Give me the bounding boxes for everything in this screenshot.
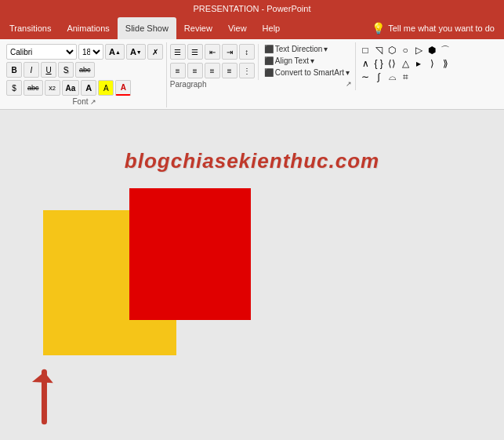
align-right-button[interactable]: ≡ xyxy=(205,63,220,78)
shape-btn-14[interactable]: ⟫ xyxy=(439,57,451,70)
dollar-button[interactable]: $ xyxy=(6,80,22,96)
tab-transitions[interactable]: Transitions xyxy=(2,17,59,39)
text-direction-button[interactable]: ⬛ Text Direction ▾ xyxy=(262,44,352,54)
font-label-text: Font xyxy=(72,97,88,106)
smartart-icon: ⬛ xyxy=(264,68,274,77)
bullets-button[interactable]: ☰ xyxy=(170,44,186,60)
font-name-select[interactable]: Calibri xyxy=(6,44,77,60)
text-direction-icon: ⬛ xyxy=(264,45,274,53)
smartart-label: Convert to SmartArt xyxy=(275,68,344,77)
shape-btn-16[interactable]: ∫ xyxy=(372,71,385,83)
align-text-icon: ⬛ xyxy=(264,56,274,65)
tab-animations[interactable]: Animations xyxy=(59,17,117,39)
numbering-button[interactable]: ☰ xyxy=(187,44,203,60)
align-text-label: Align Text xyxy=(275,56,309,65)
title-text: PRESENTATION - PowerPoint xyxy=(194,4,311,13)
main-content: blogchiasekienthuc.com xyxy=(0,110,504,440)
decrease-font-button[interactable]: A▼ xyxy=(126,44,146,60)
paragraph-group: ☰ ☰ ⇤ ⇥ ↕ ≡ ≡ ≡ ≡ ⋮ ⬛ Text Direct xyxy=(167,42,356,90)
shape-btn-9[interactable]: { } xyxy=(372,57,385,70)
font-top-row: Calibri 18 A▲ A▼ ✗ xyxy=(6,44,163,60)
tab-view[interactable]: View xyxy=(220,17,255,39)
para-middle-row: ≡ ≡ ≡ ≡ ⋮ xyxy=(170,63,255,78)
tab-review[interactable]: Review xyxy=(176,17,220,39)
tell-me-section[interactable]: 💡 Tell me what you want to do xyxy=(364,17,502,39)
arrow-group xyxy=(18,371,69,422)
italic-button[interactable]: I xyxy=(24,62,39,78)
align-left-button[interactable]: ≡ xyxy=(170,63,186,78)
subscript-button[interactable]: x2 xyxy=(45,80,60,96)
smartart-arrow: ▾ xyxy=(346,68,350,77)
increase-font-button[interactable]: A▲ xyxy=(105,44,125,60)
justify-button[interactable]: ≡ xyxy=(222,63,237,78)
shape-btn-11[interactable]: △ xyxy=(399,57,412,70)
text-direction-label: Text Direction xyxy=(275,45,323,53)
font-color-button[interactable]: A xyxy=(115,80,131,96)
shape-btn-2[interactable]: ◹ xyxy=(372,44,385,56)
columns-button[interactable]: ⋮ xyxy=(239,63,255,78)
paragraph-label-text: Paragraph xyxy=(170,80,207,89)
title-bar: PRESENTATION - PowerPoint xyxy=(0,0,504,17)
convert-smartart-button[interactable]: ⬛ Convert to SmartArt ▾ xyxy=(262,67,352,78)
shape-btn-5[interactable]: ▷ xyxy=(412,44,425,56)
font-size-large[interactable]: A xyxy=(81,80,96,96)
drawing-group: □ ◹ ⬡ ○ ▷ ⬢ ⌒ ∧ { } ⟨⟩ △ ▸ ⟩ ⟫ ∼ ∫ ⌓ ⌗ xyxy=(356,42,501,85)
tell-me-label: Tell me what you want to do xyxy=(388,24,495,33)
shape-btn-18[interactable]: ⌗ xyxy=(399,71,412,83)
strikethrough-button[interactable]: abc xyxy=(75,62,95,78)
shape-btn-12[interactable]: ▸ xyxy=(412,57,425,70)
font-highlight-button[interactable]: A xyxy=(98,80,114,96)
font-middle-row: B I U S abc xyxy=(6,62,163,78)
shape-btn-17[interactable]: ⌓ xyxy=(386,71,398,83)
lightbulb-icon: 💡 xyxy=(372,22,385,35)
font-group: Calibri 18 A▲ A▼ ✗ B I U S abc $ abc x2 … xyxy=(3,42,167,107)
arrow-svg xyxy=(12,362,82,432)
align-text-button[interactable]: ⬛ Align Text ▾ xyxy=(262,56,352,66)
indent-less-button[interactable]: ⇤ xyxy=(205,44,220,60)
underline-button[interactable]: U xyxy=(41,62,56,78)
arrow-container xyxy=(12,362,74,424)
red-rectangle[interactable] xyxy=(129,188,251,320)
shadow-button[interactable]: S xyxy=(58,62,74,78)
font-expand-icon[interactable]: ↗ xyxy=(90,98,96,106)
tab-bar: Transitions Animations Slide Show Review… xyxy=(0,17,504,39)
align-text-arrow: ▾ xyxy=(310,56,314,65)
line-spacing-button[interactable]: ↕ xyxy=(239,44,255,60)
shape-btn-10[interactable]: ⟨⟩ xyxy=(386,57,398,70)
shape-btn-15[interactable]: ∼ xyxy=(359,71,372,83)
shape-btn-4[interactable]: ○ xyxy=(399,44,412,56)
shape-btn-3[interactable]: ⬡ xyxy=(386,44,398,56)
shape-btn-6[interactable]: ⬢ xyxy=(426,44,438,56)
shapes-container: □ ◹ ⬡ ○ ▷ ⬢ ⌒ ∧ { } ⟨⟩ △ ▸ ⟩ ⟫ ∼ ∫ ⌓ ⌗ xyxy=(359,44,453,83)
font-color-a-button[interactable]: Aa xyxy=(62,80,80,96)
shape-btn-1[interactable]: □ xyxy=(359,44,372,56)
font-group-label: Font ↗ xyxy=(6,97,163,106)
bold-button[interactable]: B xyxy=(6,62,22,78)
ribbon: Calibri 18 A▲ A▼ ✗ B I U S abc $ abc x2 … xyxy=(0,39,504,110)
align-center-button[interactable]: ≡ xyxy=(187,63,203,78)
indent-more-button[interactable]: ⇥ xyxy=(222,44,237,60)
paragraph-group-footer: Paragraph ↗ xyxy=(170,80,352,89)
watermark-text: blogchiasekienthuc.com xyxy=(125,149,379,173)
shape-btn-8[interactable]: ∧ xyxy=(359,57,372,70)
clear-format-button[interactable]: ✗ xyxy=(147,44,163,60)
strikethrough2-button[interactable]: abc xyxy=(24,80,43,96)
font-bottom-row: $ abc x2 Aa A A A xyxy=(6,80,163,96)
tab-slideshow[interactable]: Slide Show xyxy=(118,17,176,39)
font-size-select[interactable]: 18 xyxy=(78,44,103,60)
shape-btn-13[interactable]: ⟩ xyxy=(426,57,438,70)
shape-btn-7[interactable]: ⌒ xyxy=(439,44,451,56)
text-direction-arrow: ▾ xyxy=(324,45,328,53)
paragraph-expand-icon[interactable]: ↗ xyxy=(346,80,352,89)
para-top-row: ☰ ☰ ⇤ ⇥ ↕ xyxy=(170,44,255,60)
tab-help[interactable]: Help xyxy=(255,17,288,39)
